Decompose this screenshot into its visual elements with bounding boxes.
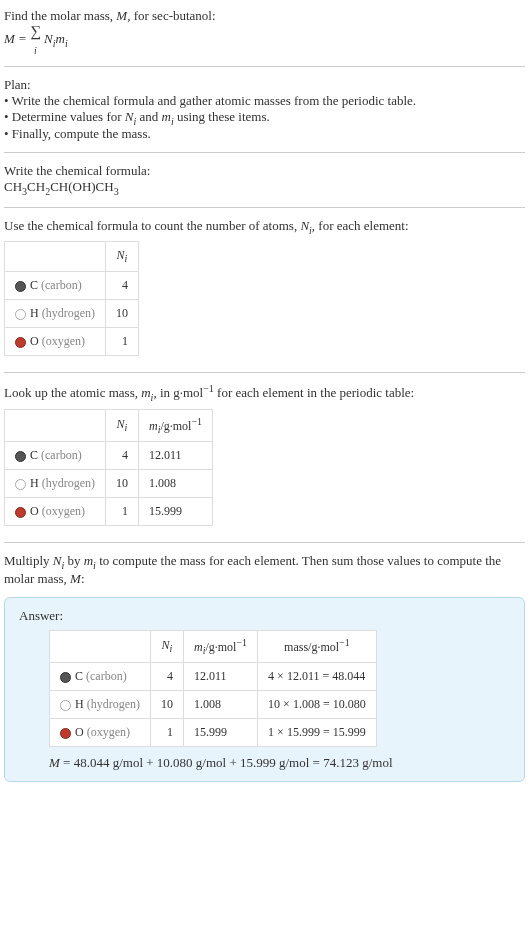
m-oxygen: 15.999 (139, 498, 213, 526)
plan-bullet-3: • Finally, compute the mass. (4, 126, 525, 142)
table-header-row: Ni mi/g·mol−1 mass/g·mol−1 (50, 630, 377, 662)
element-hydrogen: H (hydrogen) (5, 470, 106, 498)
header-mi: mi/g·mol−1 (184, 630, 258, 662)
final-result: M = 48.044 g/mol + 10.080 g/mol + 15.999… (49, 755, 510, 771)
answer-label: Answer: (19, 608, 510, 624)
divider (4, 542, 525, 543)
table-row: H (hydrogen) 10 (5, 299, 139, 327)
divider (4, 66, 525, 67)
table-row: O (oxygen) 1 15.999 1 × 15.999 = 15.999 (50, 719, 377, 747)
oxygen-dot-icon (60, 728, 71, 739)
count-carbon: 4 (106, 271, 139, 299)
chemical-formula-title: Write the chemical formula: (4, 163, 525, 179)
element-oxygen: O (oxygen) (5, 498, 106, 526)
divider (4, 372, 525, 373)
oxygen-dot-icon (15, 507, 26, 518)
n-carbon: 4 (151, 663, 184, 691)
n-hydrogen: 10 (151, 691, 184, 719)
intro-text-suffix: , for sec-butanol: (127, 8, 215, 23)
answer-box: Answer: Ni mi/g·mol−1 mass/g·mol−1 C (ca… (4, 597, 525, 782)
n-hydrogen: 10 (106, 470, 139, 498)
calc-carbon: 4 × 12.011 = 48.044 (258, 663, 377, 691)
element-hydrogen: H (hydrogen) (5, 299, 106, 327)
mass-table: Ni mi/g·mol−1 C (carbon) 4 12.011 H (hyd… (4, 409, 213, 526)
intro-text: Find the molar mass, (4, 8, 116, 23)
answer-table: Ni mi/g·mol−1 mass/g·mol−1 C (carbon) 4 … (49, 630, 377, 747)
carbon-dot-icon (15, 281, 26, 292)
m-oxygen: 15.999 (184, 719, 258, 747)
table-row: H (hydrogen) 10 1.008 10 × 1.008 = 10.08… (50, 691, 377, 719)
intro-var-M: M (116, 8, 127, 23)
header-Ni: Ni (106, 242, 139, 271)
chemical-formula-section: Write the chemical formula: CH3CH2CH(OH)… (4, 159, 525, 201)
table-header-row: Ni (5, 242, 139, 271)
table-row: C (carbon) 4 (5, 271, 139, 299)
calc-oxygen: 1 × 15.999 = 15.999 (258, 719, 377, 747)
n-oxygen: 1 (106, 498, 139, 526)
plan-bullet-2: • Determine values for Ni and mi using t… (4, 109, 525, 127)
intro: Find the molar mass, M, for sec-butanol:… (4, 4, 525, 60)
empty-header (5, 242, 106, 271)
header-mi: mi/g·mol−1 (139, 409, 213, 441)
calc-hydrogen: 10 × 1.008 = 10.080 (258, 691, 377, 719)
divider (4, 152, 525, 153)
plan-section: Plan: • Write the chemical formula and g… (4, 73, 525, 147)
count-oxygen: 1 (106, 327, 139, 355)
table-row: O (oxygen) 1 (5, 327, 139, 355)
element-oxygen: O (oxygen) (50, 719, 151, 747)
header-Ni: Ni (106, 409, 139, 441)
m-carbon: 12.011 (139, 442, 213, 470)
count-hydrogen: 10 (106, 299, 139, 327)
count-section: Use the chemical formula to count the nu… (4, 214, 525, 366)
hydrogen-dot-icon (15, 479, 26, 490)
n-carbon: 4 (106, 442, 139, 470)
empty-header (5, 409, 106, 441)
divider (4, 207, 525, 208)
hydrogen-dot-icon (60, 700, 71, 711)
table-row: C (carbon) 4 12.011 4 × 12.011 = 48.044 (50, 663, 377, 691)
element-carbon: C (carbon) (50, 663, 151, 691)
oxygen-dot-icon (15, 337, 26, 348)
empty-header (50, 630, 151, 662)
multiply-section: Multiply Ni by mi to compute the mass fo… (4, 549, 525, 591)
m-hydrogen: 1.008 (184, 691, 258, 719)
mass-text: Look up the atomic mass, mi, in g·mol−1 … (4, 383, 525, 403)
plan-title: Plan: (4, 77, 525, 93)
carbon-dot-icon (15, 451, 26, 462)
table-row: O (oxygen) 1 15.999 (5, 498, 213, 526)
mass-section: Look up the atomic mass, mi, in g·mol−1 … (4, 379, 525, 536)
molar-mass-equation: M = ∑i Nimi (4, 31, 68, 46)
plan-bullet-1: • Write the chemical formula and gather … (4, 93, 525, 109)
element-carbon: C (carbon) (5, 442, 106, 470)
m-carbon: 12.011 (184, 663, 258, 691)
header-mass: mass/g·mol−1 (258, 630, 377, 662)
table-row: C (carbon) 4 12.011 (5, 442, 213, 470)
chemical-formula: CH3CH2CH(OH)CH3 (4, 179, 525, 197)
carbon-dot-icon (60, 672, 71, 683)
element-oxygen: O (oxygen) (5, 327, 106, 355)
element-carbon: C (carbon) (5, 271, 106, 299)
count-text: Use the chemical formula to count the nu… (4, 218, 525, 236)
table-header-row: Ni mi/g·mol−1 (5, 409, 213, 441)
table-row: H (hydrogen) 10 1.008 (5, 470, 213, 498)
element-hydrogen: H (hydrogen) (50, 691, 151, 719)
count-table: Ni C (carbon) 4 H (hydrogen) 10 O (oxyge… (4, 241, 139, 355)
hydrogen-dot-icon (15, 309, 26, 320)
m-hydrogen: 1.008 (139, 470, 213, 498)
header-Ni: Ni (151, 630, 184, 662)
n-oxygen: 1 (151, 719, 184, 747)
